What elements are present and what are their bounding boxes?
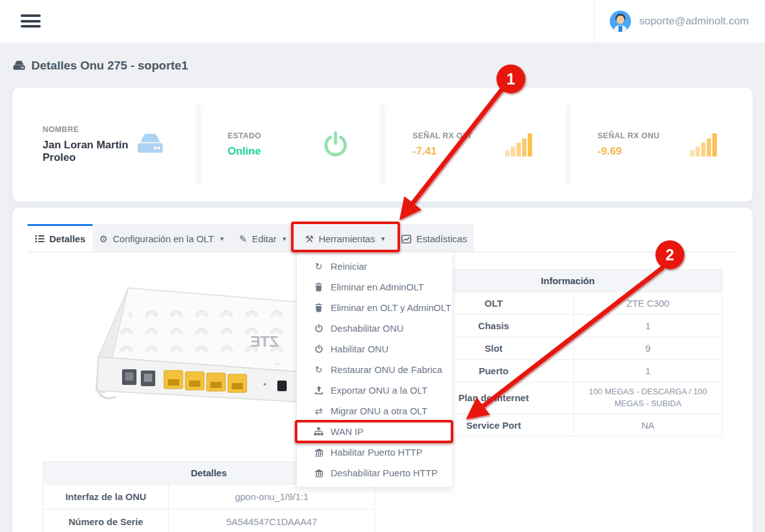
herramientas-dropdown-menu: ↻ Reiniciar Eliminar en AdminOLT Elimina…: [296, 252, 453, 488]
tab-herramientas[interactable]: ⚒ Herramientas ▾: [295, 224, 395, 252]
menu-item-label: Eliminar en AdminOLT: [331, 282, 424, 292]
bank-icon: [313, 469, 324, 478]
tab-estadisticas[interactable]: Estadísticas: [395, 224, 473, 252]
power-icon: [313, 324, 324, 333]
row-value: 1: [574, 315, 722, 337]
signal-bars-icon: [504, 131, 535, 158]
menu-item-eliminar-olt-adminolt[interactable]: Eliminar en OLT y AdminOLT: [297, 297, 453, 318]
menu-item-label: Exportar ONU a la OLT: [331, 385, 428, 396]
tab-label: Estadísticas: [416, 233, 467, 244]
exchange-icon: ⇄: [313, 406, 324, 417]
chevron-down-icon: ▾: [220, 235, 224, 243]
tab-label: Editar: [252, 233, 276, 244]
table-row: Slot 9: [414, 337, 722, 360]
gear-icon: ⚙: [100, 233, 108, 245]
upload-icon: [313, 386, 324, 395]
table-row: Plan de Internet 100 MEGAS - DESCARGA / …: [414, 382, 722, 414]
hamburger-menu-icon[interactable]: [21, 14, 41, 28]
table-row: Número de Serie 5A544547C1DAAA47: [43, 509, 374, 532]
status-tile-nombre: NOMBRE Jan Loran Martin Proleo: [13, 88, 198, 202]
avatar: [610, 11, 631, 32]
tab-detalles[interactable]: Detalles: [28, 224, 93, 252]
edit-icon: ✎: [239, 233, 247, 245]
svg-text:ZTE: ZTE: [250, 333, 279, 350]
menu-item-label: Migrar ONU a otra OLT: [331, 406, 428, 416]
menu-item-label: Eliminar en OLT y AdminOLT: [331, 302, 451, 313]
signal-bars-icon: [689, 131, 720, 158]
sync-icon: ↻: [313, 261, 324, 272]
server-icon: [135, 131, 165, 158]
trash-icon: [313, 303, 324, 312]
tab-label: Detalles: [49, 233, 86, 244]
user-menu[interactable]: soporte@adminolt.com: [594, 0, 765, 43]
tools-icon: ⚒: [305, 233, 313, 245]
status-value: -9.69: [598, 145, 689, 158]
menu-item-eliminar-adminolt[interactable]: Eliminar en AdminOLT: [297, 277, 453, 297]
power-icon: [313, 344, 324, 354]
trash-icon: [313, 282, 324, 292]
status-label: SEÑAL RX ONU: [598, 131, 689, 140]
menu-item-label: Habilitar ONU: [331, 344, 389, 354]
status-tile-rx-olt: SEÑAL RX OLT -7.41: [382, 88, 568, 202]
tab-label: Herramientas: [319, 233, 375, 244]
chart-icon: [401, 235, 411, 243]
power-icon: [321, 130, 350, 159]
row-label: Interfaz de la ONU: [43, 484, 169, 509]
menu-item-label: Habilitar Puerto HTTP: [331, 447, 423, 458]
status-value: Jan Loran Martin Proleo: [43, 139, 135, 164]
app-window: soporte@adminolt.com Detalles Onu 275 - …: [0, 0, 765, 532]
menu-item-wan-ip[interactable]: WAN IP: [297, 421, 453, 442]
table-row: Interfaz de la ONU gpon-onu_1/9/1:1: [43, 484, 374, 509]
tab-bar: Detalles ⚙ Configuración en la OLT ▾ ✎ E…: [28, 224, 737, 252]
menu-item-label: WAN IP: [331, 426, 364, 437]
menu-item-deshabilitar-onu[interactable]: Deshabilitar ONU: [297, 318, 453, 339]
row-value: gpon-onu_1/9/1:1: [169, 484, 374, 509]
status-label: SEÑAL RX OLT: [413, 131, 504, 140]
user-email: soporte@adminolt.com: [639, 15, 749, 28]
row-value: 1: [574, 360, 722, 382]
chevron-down-icon: ▾: [381, 235, 385, 243]
status-value: Online: [228, 145, 322, 158]
onu-photo: ZTE: [66, 270, 316, 430]
network-icon: [313, 427, 324, 436]
bank-icon: [313, 448, 324, 457]
top-navbar: soporte@adminolt.com: [0, 0, 765, 43]
row-label: Número de Serie: [43, 509, 169, 532]
tab-configuracion-olt[interactable]: ⚙ Configuración en la OLT ▾: [93, 224, 230, 252]
row-value: ZTE C300: [574, 292, 722, 314]
page-title: Detalles Onu 275 - soporte1: [13, 59, 188, 73]
menu-item-restaurar-fabrica[interactable]: ↻ Restaurar ONU de Fabrica: [297, 359, 453, 380]
tab-editar[interactable]: ✎ Editar ▾: [230, 224, 295, 252]
status-tile-estado: ESTADO Online: [198, 88, 383, 202]
status-label: ESTADO: [228, 131, 322, 140]
menu-item-deshabilitar-puerto-http[interactable]: Deshabilitar Puerto HTTP: [297, 463, 453, 483]
row-value: NA: [574, 414, 722, 436]
row-value: 9: [574, 337, 722, 359]
menu-item-reiniciar[interactable]: ↻ Reiniciar: [297, 256, 453, 277]
table-row: Service Port NA: [414, 414, 722, 436]
menu-item-habilitar-onu[interactable]: Habilitar ONU: [297, 339, 453, 359]
menu-item-exportar-onu[interactable]: Exportar ONU a la OLT: [297, 380, 453, 401]
tab-label: Configuración en la OLT: [113, 233, 213, 244]
svg-text:1: 1: [506, 70, 515, 88]
row-value: 5A544547C1DAAA47: [169, 509, 374, 532]
status-card: NOMBRE Jan Loran Martin Proleo ESTADO On…: [13, 88, 752, 202]
status-tile-rx-onu: SEÑAL RX ONU -9.69: [568, 88, 753, 202]
row-value: 100 MEGAS - DESCARGA / 100 MEGAS - SUBID…: [574, 382, 722, 414]
menu-item-label: Deshabilitar Puerto HTTP: [331, 468, 438, 478]
chevron-down-icon: ▾: [283, 235, 287, 243]
page-title-text: Detalles Onu 275 - soporte1: [31, 59, 188, 73]
status-value: -7.41: [413, 145, 504, 158]
table-row: OLT ZTE C300: [414, 292, 722, 315]
info-table-title: Información: [414, 270, 722, 292]
table-row: Puerto 1: [414, 360, 722, 382]
menu-item-habilitar-puerto-http[interactable]: Habilitar Puerto HTTP: [297, 442, 453, 463]
redo-icon: ↻: [313, 364, 324, 376]
info-table: Información OLT ZTE C300 Chasis 1 Slot 9…: [413, 269, 722, 437]
menu-item-migrar-onu[interactable]: ⇄ Migrar ONU a otra OLT: [297, 401, 453, 421]
table-row: Chasis 1: [414, 315, 722, 337]
menu-item-label: Restaurar ONU de Fabrica: [331, 364, 442, 375]
list-icon: [35, 235, 44, 243]
menu-item-label: Reiniciar: [331, 261, 367, 272]
status-label: NOMBRE: [43, 125, 135, 134]
